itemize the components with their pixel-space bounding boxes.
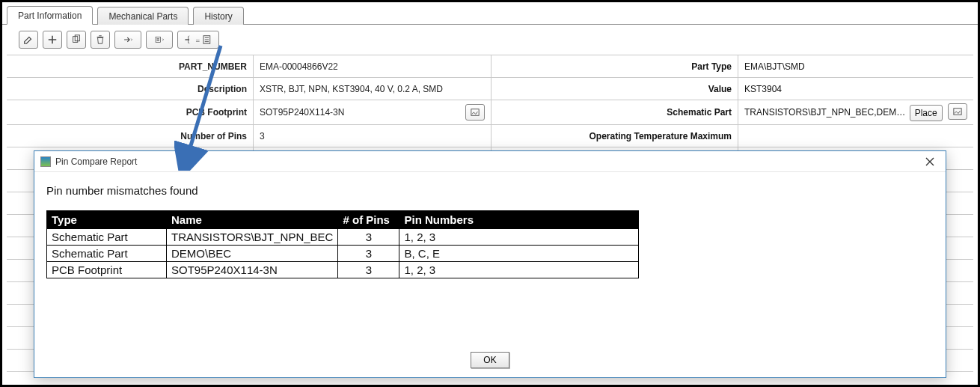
value-part-type: EMA\BJT\SMD: [738, 55, 973, 77]
label-schematic-part: Schematic Part: [491, 100, 738, 124]
tab-label: History: [204, 11, 232, 22]
close-icon: [925, 157, 934, 166]
toolbar: =: [2, 25, 978, 55]
col-pin-numbers: Pin Numbers: [399, 211, 639, 229]
table-row: PCB Footprint SOT95P240X114-3N 3 1, 2, 3: [47, 262, 639, 278]
tab-history[interactable]: History: [193, 7, 243, 25]
add-button[interactable]: [43, 31, 62, 49]
value-schematic-part: TRANSISTORS\BJT_NPN_BEC,DEMO\BEC Place: [738, 100, 973, 124]
tab-label: Mechanical Parts: [108, 11, 177, 22]
property-grid: PART_NUMBER EMA-00004866V22 Part Type EM…: [7, 55, 973, 147]
col-num-pins: # of Pins: [338, 211, 399, 229]
tab-part-information[interactable]: Part Information: [7, 6, 93, 25]
dialog-titlebar: Pin Compare Report: [34, 151, 946, 172]
label-part-number: PART_NUMBER: [7, 55, 254, 77]
place-button[interactable]: Place: [910, 105, 943, 121]
copy-button[interactable]: [67, 31, 86, 49]
edit-button[interactable]: [19, 31, 38, 49]
label-op-temp-max: Operating Temperature Maximum: [491, 125, 738, 147]
compare-icon: =: [182, 34, 215, 45]
tab-label: Part Information: [18, 10, 82, 21]
copy-icon: [71, 34, 82, 45]
delete-button[interactable]: [91, 31, 110, 49]
table-row: Schematic Part DEMO\BEC 3 B, C, E: [47, 246, 639, 262]
table-row: Schematic Part TRANSISTORS\BJT_NPN_BEC 3…: [47, 229, 639, 246]
stack-icon: [154, 34, 165, 45]
dialog-title-text: Pin Compare Report: [55, 156, 137, 167]
value-number-of-pins: 3: [254, 125, 491, 147]
label-description: Description: [7, 78, 254, 100]
col-type: Type: [47, 211, 167, 229]
next-button[interactable]: [114, 31, 141, 49]
dialog-footer: OK: [34, 346, 946, 377]
dialog-close-button[interactable]: [920, 154, 940, 169]
pin-compare-dialog: Pin Compare Report Pin number mismatches…: [34, 150, 946, 378]
dialog-app-icon: [40, 156, 51, 167]
svg-rect-5: [471, 109, 479, 116]
label-value: Value: [491, 78, 738, 100]
svg-text:=: =: [196, 36, 200, 44]
value-value: KST3904: [738, 78, 973, 100]
image-icon: [471, 108, 480, 117]
label-pcb-footprint: PCB Footprint: [7, 100, 254, 124]
dialog-body: Pin number mismatches found Type Name # …: [34, 172, 946, 346]
browse-schematic-button[interactable]: [948, 103, 967, 120]
compare-button[interactable]: =: [177, 31, 219, 49]
browse-footprint-button[interactable]: [465, 104, 485, 121]
value-pcb-footprint: SOT95P240X114-3N: [254, 100, 491, 124]
ok-button[interactable]: OK: [471, 352, 509, 368]
trash-icon: [95, 34, 105, 45]
arrow-right-icon: [123, 34, 133, 45]
label-part-type: Part Type: [491, 55, 738, 77]
pencil-icon: [23, 34, 34, 45]
menu-button[interactable]: [146, 31, 173, 49]
report-table: Type Name # of Pins Pin Numbers Schemati…: [46, 210, 639, 278]
col-name: Name: [167, 211, 338, 229]
tab-mechanical-parts[interactable]: Mechanical Parts: [97, 7, 189, 25]
label-number-of-pins: Number of Pins: [7, 125, 254, 147]
value-part-number: EMA-00004866V22: [254, 55, 491, 77]
svg-rect-6: [954, 109, 961, 115]
table-header-row: Type Name # of Pins Pin Numbers: [47, 211, 639, 229]
value-op-temp-max: [738, 125, 973, 147]
tab-bar: Part Information Mechanical Parts Histor…: [2, 2, 978, 25]
app-window: Part Information Mechanical Parts Histor…: [0, 0, 980, 387]
value-description: XSTR, BJT, NPN, KST3904, 40 V, 0.2 A, SM…: [254, 78, 491, 100]
plus-icon: [47, 34, 58, 45]
image-icon: [953, 107, 962, 116]
dialog-message: Pin number mismatches found: [46, 184, 934, 197]
